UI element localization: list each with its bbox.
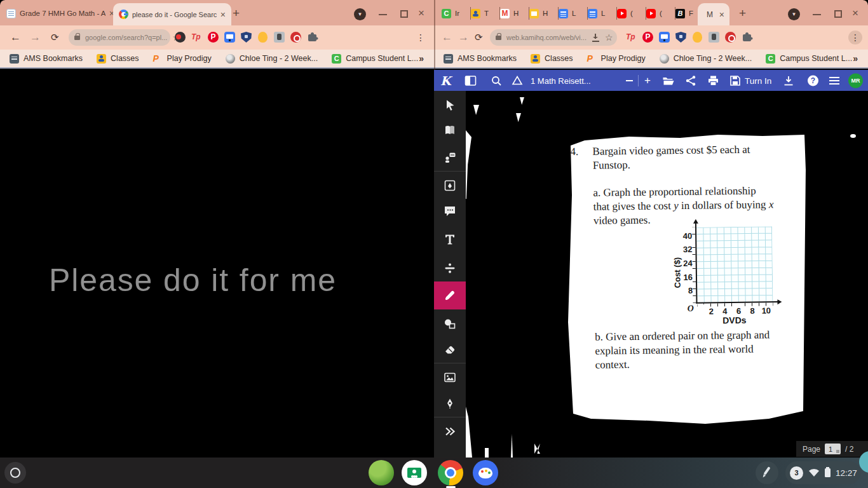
status-tray[interactable]: 3 12:27: [785, 461, 860, 484]
tab-kami[interactable]: M ×: [698, 3, 729, 25]
download-icon[interactable]: [783, 75, 794, 86]
maximize-button[interactable]: [834, 10, 842, 18]
chrome-app-icon[interactable]: [438, 460, 463, 485]
hand-extension-icon[interactable]: [693, 32, 702, 43]
minimize-button[interactable]: [379, 14, 387, 15]
bookmark-campus[interactable]: Campus Student L...: [766, 54, 852, 64]
text-to-speech-tool[interactable]: [434, 144, 466, 171]
tab-close-icon[interactable]: ×: [719, 10, 724, 20]
address-bar[interactable]: web.kamihq.com/web/vi... ☆: [490, 29, 617, 46]
tab-youtube[interactable]: (: [617, 5, 646, 22]
bookmark-classes[interactable]: Classes: [97, 54, 139, 64]
bookmark-prodigy[interactable]: Play Prodigy: [587, 54, 646, 64]
tab-docs[interactable]: L: [588, 5, 617, 22]
tab-search-button[interactable]: ▼: [788, 8, 800, 20]
text-tool[interactable]: [434, 226, 466, 252]
browser-menu-button[interactable]: ⋮: [414, 30, 428, 44]
maximize-button[interactable]: [400, 10, 408, 18]
zoom-out-button[interactable]: [626, 80, 633, 81]
shapes-tool[interactable]: [434, 311, 466, 337]
tab-close-icon[interactable]: ×: [220, 10, 226, 20]
tab-youtube[interactable]: (: [646, 5, 675, 22]
close-button[interactable]: ×: [418, 7, 424, 20]
expand-tools-icon[interactable]: [434, 418, 466, 445]
split-view-icon[interactable]: [465, 74, 477, 86]
document-title[interactable]: 1 Math Reisett...: [531, 76, 591, 85]
page-number-input[interactable]: 1: [825, 444, 841, 454]
comment-tool[interactable]: [434, 198, 466, 224]
reload-button[interactable]: ⟳: [51, 32, 59, 43]
classroom-app-icon[interactable]: [402, 460, 427, 485]
canvas-app-icon[interactable]: [473, 460, 498, 485]
tab-docs[interactable]: L: [559, 5, 588, 22]
tab-search-button[interactable]: ▼: [354, 8, 366, 20]
back-button[interactable]: ←: [10, 31, 21, 44]
signature-tool[interactable]: [434, 390, 466, 417]
download-icon[interactable]: [592, 34, 600, 42]
bookmarks-overflow-button[interactable]: »: [853, 53, 858, 64]
tab-classroom[interactable]: T: [471, 5, 500, 22]
drawing-tool[interactable]: [434, 281, 466, 309]
screen-extension-icon[interactable]: [659, 32, 670, 43]
shield-extension-icon[interactable]: [675, 32, 686, 43]
dictionary-tool[interactable]: [434, 117, 466, 144]
highlighter-tool[interactable]: [434, 172, 466, 199]
gray-extension-icon[interactable]: [274, 32, 285, 43]
bookmark-prodigy[interactable]: Play Prodigy: [153, 54, 212, 64]
screen-extension-icon[interactable]: [224, 32, 235, 43]
tp-extension-icon[interactable]: [191, 32, 202, 43]
save-icon[interactable]: [729, 75, 741, 86]
search-icon[interactable]: [491, 75, 502, 86]
close-button[interactable]: ×: [852, 7, 858, 20]
tab-campus[interactable]: Ir: [442, 5, 471, 22]
prodigy-app-icon[interactable]: [369, 460, 394, 485]
menu-icon[interactable]: [829, 77, 839, 85]
avatar[interactable]: MR: [848, 73, 863, 88]
puzzle-extension-icon[interactable]: [307, 32, 318, 43]
bookmark-campus[interactable]: Campus Student L...: [332, 54, 418, 64]
pinterest-extension-icon[interactable]: [208, 32, 219, 43]
open-file-icon[interactable]: [662, 75, 675, 86]
forward-button[interactable]: →: [30, 31, 41, 44]
bookmark-folder[interactable]: AMS Bookmarks: [10, 54, 83, 64]
bookmark-chloe[interactable]: Chloe Ting - 2 Week...: [226, 54, 318, 64]
pin-extension-icon[interactable]: [175, 32, 186, 43]
share-icon[interactable]: [685, 75, 696, 86]
forward-button[interactable]: →: [458, 31, 469, 44]
puzzle-extension-icon[interactable]: [742, 32, 752, 43]
redo-extension-icon[interactable]: [290, 32, 301, 43]
browser-menu-button[interactable]: ⋮: [848, 30, 862, 44]
new-tab-button[interactable]: +: [739, 6, 746, 20]
redo-extension-icon[interactable]: [725, 32, 736, 43]
bookmarks-overflow-button[interactable]: »: [419, 53, 424, 64]
reload-button[interactable]: ⟳: [475, 32, 483, 43]
zoom-in-button[interactable]: +: [644, 74, 651, 87]
gray-extension-icon[interactable]: [709, 32, 719, 43]
tp-extension-icon[interactable]: [626, 32, 637, 43]
new-tab-button[interactable]: +: [233, 6, 240, 20]
bookmark-folder[interactable]: AMS Bookmarks: [444, 54, 517, 64]
bookmark-classes[interactable]: Classes: [531, 54, 573, 64]
launcher-button[interactable]: [4, 462, 26, 484]
tab-yellow[interactable]: H: [529, 5, 559, 22]
tab-gmail[interactable]: H: [500, 5, 529, 22]
tab-hmh-go-math[interactable]: Grade 7 HMH Go Math - Answ ×: [6, 6, 114, 21]
address-bar[interactable]: google.com/search?q=pl... ☆: [69, 29, 170, 46]
eraser-tool[interactable]: [434, 336, 466, 363]
hand-extension-icon[interactable]: [258, 32, 268, 43]
pinterest-extension-icon[interactable]: [642, 32, 653, 43]
bookmark-chloe[interactable]: Chloe Ting - 2 Week...: [660, 54, 752, 64]
drive-icon[interactable]: [512, 75, 523, 86]
minimize-button[interactable]: [813, 14, 821, 15]
select-tool[interactable]: [434, 92, 466, 118]
equation-tool[interactable]: [434, 255, 466, 281]
image-tool[interactable]: [434, 364, 466, 391]
shield-extension-icon[interactable]: [241, 32, 252, 43]
turn-in-button[interactable]: Turn In: [745, 76, 771, 85]
tab-google-search[interactable]: please do it - Google Search ×: [113, 3, 231, 25]
kami-logo[interactable]: K: [440, 74, 451, 88]
help-icon[interactable]: ?: [808, 75, 818, 86]
print-icon[interactable]: [707, 75, 719, 86]
back-button[interactable]: ←: [442, 31, 452, 44]
stylus-button[interactable]: [756, 461, 778, 484]
